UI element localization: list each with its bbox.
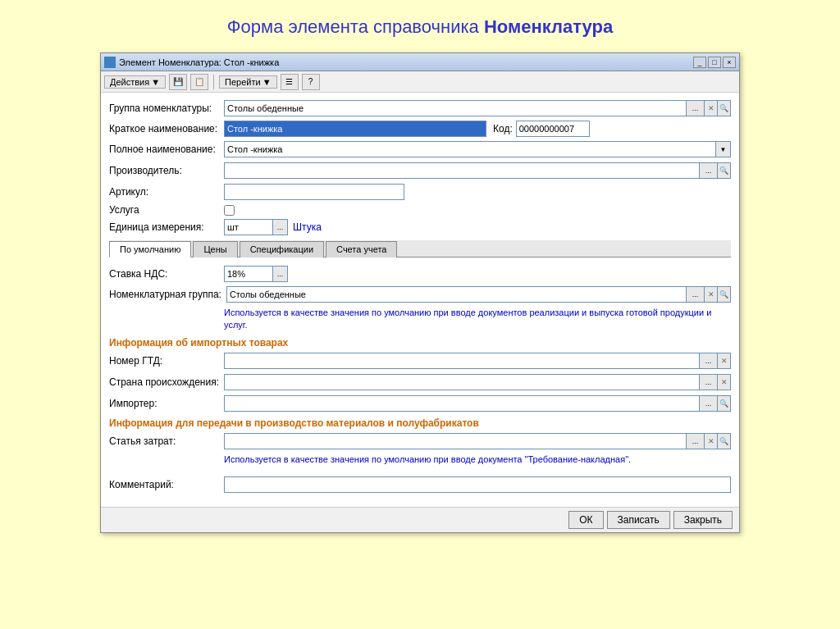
- producer-input[interactable]: [224, 162, 700, 179]
- nom-group-label: Номенклатурная группа:: [109, 289, 226, 300]
- titlebar: Элемент Номенклатура: Стол -книжка _ □ ×: [101, 53, 739, 71]
- producer-search-button[interactable]: 🔍: [718, 162, 731, 179]
- toolbar-list-icon[interactable]: ☰: [281, 74, 299, 90]
- group-input[interactable]: [224, 100, 687, 116]
- form-footer: ОК Записать Закрыть: [101, 507, 739, 532]
- unit-ellipsis-button[interactable]: ...: [273, 219, 288, 235]
- toolbar-save-icon[interactable]: 💾: [169, 74, 187, 90]
- window-icon: [104, 57, 116, 68]
- importer-label: Импортер:: [109, 398, 224, 409]
- production-section-header: Информация для передачи в производство м…: [109, 417, 731, 429]
- gtd-ellipsis-button[interactable]: ...: [700, 353, 718, 369]
- nom-group-info: Используется в качестве значения по умол…: [224, 307, 731, 332]
- article-label: Артикул:: [109, 186, 224, 198]
- cost-row: Статья затрат: ... ✕ 🔍: [109, 432, 731, 450]
- save-button[interactable]: Записать: [607, 511, 670, 529]
- vat-label: Ставка НДС:: [109, 268, 224, 280]
- import-section-header: Информация об импортных товарах: [109, 337, 731, 349]
- cost-label: Статья затрат:: [109, 435, 224, 447]
- tab-default-content: Ставка НДС: ... Номенклатурная группа: .…: [109, 262, 731, 500]
- unit-input[interactable]: [224, 219, 273, 235]
- group-clear-button[interactable]: ✕: [705, 100, 718, 116]
- tab-prices[interactable]: Цены: [193, 241, 237, 258]
- vat-ellipsis-button[interactable]: ...: [273, 266, 288, 282]
- producer-row: Производитель: ... 🔍: [109, 162, 731, 180]
- main-window: Элемент Номенклатура: Стол -книжка _ □ ×…: [100, 52, 740, 533]
- comment-row: Комментарий:: [109, 476, 731, 494]
- cost-info: Используется в качестве значения по умол…: [224, 454, 731, 466]
- short-name-input[interactable]: [224, 121, 486, 137]
- origin-label: Страна происхождения:: [109, 376, 224, 388]
- importer-ellipsis-button[interactable]: ...: [700, 395, 718, 412]
- code-input[interactable]: [516, 121, 590, 137]
- unit-name-link[interactable]: Штука: [293, 221, 322, 233]
- toolbar: Действия ▼ 💾 📋 Перейти ▼ ☰ ?: [101, 71, 739, 93]
- short-name-label: Краткое наименование:: [109, 123, 224, 134]
- group-label: Группа номенклатуры:: [109, 103, 224, 114]
- goto-button[interactable]: Перейти ▼: [219, 75, 276, 89]
- gtd-label: Номер ГТД:: [109, 355, 224, 367]
- group-row: Группа номенклатуры: ... ✕ 🔍: [109, 99, 731, 117]
- toolbar-copy-icon[interactable]: 📋: [190, 74, 208, 90]
- short-name-row: Краткое наименование: Код:: [109, 121, 731, 137]
- producer-ellipsis-button[interactable]: ...: [700, 162, 718, 179]
- close-button[interactable]: Закрыть: [673, 511, 733, 529]
- full-name-row: Полное наименование: ▼: [109, 140, 731, 158]
- origin-input[interactable]: [224, 374, 700, 390]
- gtd-input[interactable]: [224, 353, 700, 369]
- comment-input[interactable]: [224, 476, 731, 493]
- nom-group-input[interactable]: [226, 286, 687, 303]
- full-name-dropdown-button[interactable]: ▼: [716, 141, 731, 157]
- vat-row: Ставка НДС: ...: [109, 266, 731, 282]
- comment-label: Комментарий:: [109, 479, 224, 490]
- cost-ellipsis-button[interactable]: ...: [687, 433, 705, 449]
- nom-group-ellipsis-button[interactable]: ...: [687, 286, 705, 303]
- tab-accounts[interactable]: Счета учета: [326, 241, 397, 258]
- tabs-container: По умолчанию Цены Спецификации Счета уче…: [109, 240, 731, 258]
- maximize-button[interactable]: □: [708, 57, 721, 68]
- close-button[interactable]: ×: [723, 57, 736, 68]
- full-name-label: Полное наименование:: [109, 144, 224, 155]
- service-checkbox[interactable]: [224, 205, 235, 216]
- nom-group-row: Номенклатурная группа: ... ✕ 🔍: [109, 285, 731, 303]
- tab-default[interactable]: По умолчанию: [109, 241, 191, 258]
- article-row: Артикул:: [109, 183, 731, 201]
- nom-group-search-button[interactable]: 🔍: [718, 286, 731, 303]
- toolbar-help-icon[interactable]: ?: [302, 74, 320, 90]
- full-name-input[interactable]: [224, 141, 716, 157]
- origin-clear-button[interactable]: ✕: [718, 374, 731, 390]
- code-label: Код:: [493, 123, 513, 134]
- article-input[interactable]: [224, 184, 404, 200]
- form-body: Группа номенклатуры: ... ✕ 🔍 Краткое наи…: [101, 93, 739, 507]
- tab-specs[interactable]: Спецификации: [240, 241, 324, 258]
- gtd-clear-button[interactable]: ✕: [718, 353, 731, 369]
- titlebar-text: Элемент Номенклатура: Стол -книжка: [119, 57, 279, 67]
- unit-row: Единица измерения: ... Штука: [109, 219, 731, 235]
- nom-group-clear-button[interactable]: ✕: [705, 286, 718, 303]
- ok-button[interactable]: ОК: [568, 511, 603, 529]
- importer-row: Импортер: ... 🔍: [109, 394, 731, 412]
- service-row: Услуга: [109, 204, 731, 216]
- origin-ellipsis-button[interactable]: ...: [700, 374, 718, 390]
- importer-search-button[interactable]: 🔍: [718, 395, 731, 412]
- unit-label: Единица измерения:: [109, 221, 224, 233]
- origin-row: Страна происхождения: ... ✕: [109, 373, 731, 391]
- group-search-button[interactable]: 🔍: [718, 100, 731, 116]
- cost-clear-button[interactable]: ✕: [705, 433, 718, 449]
- service-label: Услуга: [109, 204, 224, 216]
- group-ellipsis-button[interactable]: ...: [687, 100, 705, 116]
- actions-button[interactable]: Действия ▼: [104, 75, 166, 89]
- cost-input[interactable]: [224, 433, 687, 449]
- vat-input[interactable]: [224, 266, 273, 282]
- gtd-row: Номер ГТД: ... ✕: [109, 352, 731, 370]
- minimize-button[interactable]: _: [693, 57, 706, 68]
- importer-input[interactable]: [224, 395, 700, 412]
- page-title: Форма элемента справочника Номенклатура: [227, 16, 613, 38]
- producer-label: Производитель:: [109, 165, 224, 176]
- cost-search-button[interactable]: 🔍: [718, 433, 731, 449]
